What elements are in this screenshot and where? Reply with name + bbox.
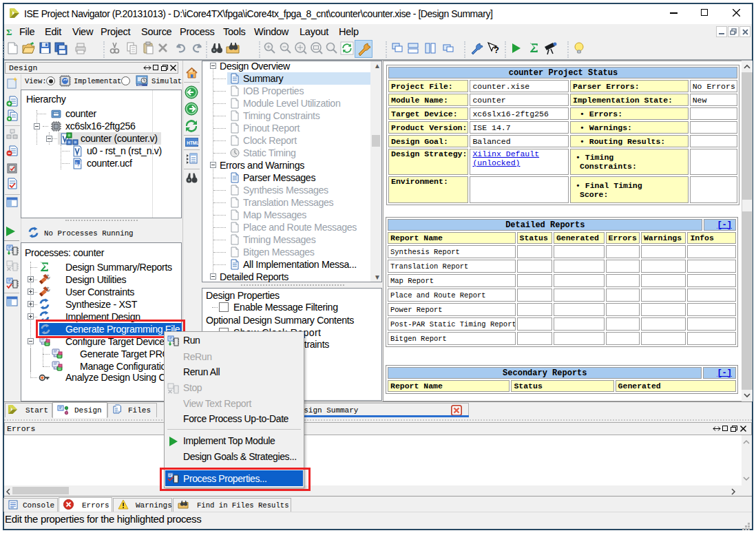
svg-text:ISim: ISim xyxy=(137,84,142,87)
svg-text:HTML: HTML xyxy=(187,140,198,145)
svg-text:?: ? xyxy=(494,45,499,55)
